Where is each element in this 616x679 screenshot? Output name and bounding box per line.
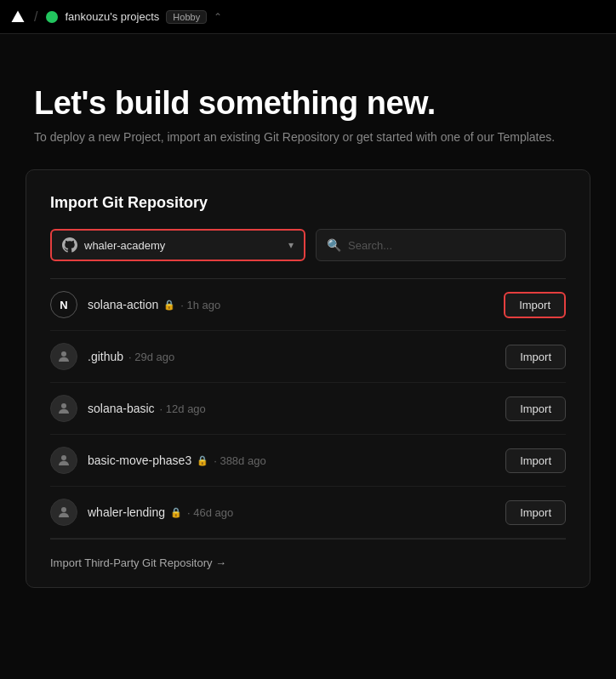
project-dot [46, 11, 58, 23]
svg-point-1 [61, 351, 66, 357]
topbar: / fankouzu's projects Hobby ⌃ [0, 0, 616, 34]
repo-info-3: basic-move-phase3 🔒 · 388d ago [88, 454, 495, 467]
repo-item-0: N solana-action 🔒 · 1h ago Import [50, 279, 566, 331]
import-card: Import Git Repository whaler-academy ▾ 🔍… [26, 169, 590, 588]
repo-info-0: solana-action 🔒 · 1h ago [88, 298, 493, 311]
repo-info-1: .github · 29d ago [88, 350, 495, 363]
repo-name-4: whaler-lending [88, 505, 165, 519]
svg-marker-0 [12, 10, 25, 22]
repo-name-1: .github [88, 350, 123, 363]
repo-time-1: · 29d ago [128, 351, 174, 363]
selected-repo-label: whaler-academy [84, 239, 282, 252]
card-title: Import Git Repository [50, 194, 566, 212]
third-party-link[interactable]: Import Third-Party Git Repository → [50, 556, 226, 569]
repo-avatar-3 [50, 447, 77, 474]
repo-time-3: · 388d ago [214, 454, 265, 467]
repo-avatar-1 [50, 343, 77, 370]
repo-item-1: .github · 29d ago Import [50, 331, 566, 383]
import-button-3[interactable]: Import [505, 448, 566, 473]
org-icon-1 [56, 349, 71, 364]
search-box[interactable]: 🔍 [316, 229, 566, 261]
org-icon-4 [56, 505, 71, 520]
repo-time-0: · 1h ago [180, 299, 220, 311]
lock-icon-0: 🔒 [163, 300, 175, 311]
repo-list: N solana-action 🔒 · 1h ago Import .githu… [50, 278, 566, 539]
repo-time-2: · 12d ago [160, 402, 206, 415]
search-input[interactable] [348, 239, 555, 252]
repo-item-2: solana-basic · 12d ago Import [50, 383, 566, 435]
repo-info-4: whaler-lending 🔒 · 46d ago [88, 505, 495, 519]
svg-point-3 [61, 455, 66, 460]
github-icon [62, 237, 77, 253]
import-button-1[interactable]: Import [505, 345, 566, 369]
card-footer: Import Third-Party Git Repository → [50, 539, 566, 587]
org-icon-3 [56, 453, 71, 468]
import-button-4[interactable]: Import [505, 500, 566, 525]
project-name: fankouzu's projects [65, 10, 159, 23]
select-chevron-icon: ▾ [288, 239, 294, 251]
repo-select-dropdown[interactable]: whaler-academy ▾ [50, 229, 305, 261]
svg-point-2 [61, 403, 66, 408]
repo-item-4: whaler-lending 🔒 · 46d ago Import [50, 487, 566, 539]
lock-icon-3: 🔒 [197, 455, 208, 466]
repo-avatar-2 [50, 395, 77, 422]
repo-name-0: solana-action [88, 298, 158, 311]
repo-name-2: solana-basic [88, 402, 155, 415]
project-chevron[interactable]: ⌃ [214, 11, 222, 23]
vercel-logo [10, 9, 26, 25]
hero-heading: Let's build something new. [34, 85, 582, 122]
search-icon: 🔍 [327, 238, 341, 252]
repo-avatar-0: N [50, 291, 77, 318]
plan-badge: Hobby [166, 10, 207, 24]
svg-point-4 [61, 507, 66, 512]
import-button-2[interactable]: Import [505, 397, 566, 421]
repo-name-3: basic-move-phase3 [88, 454, 191, 467]
repo-info-2: solana-basic · 12d ago [88, 402, 495, 415]
separator-1: / [34, 9, 37, 25]
repo-item-3: basic-move-phase3 🔒 · 388d ago Import [50, 435, 566, 487]
import-button-0[interactable]: Import [504, 292, 566, 318]
org-icon-2 [56, 401, 71, 416]
repo-time-4: · 46d ago [187, 506, 233, 519]
repo-avatar-4 [50, 499, 77, 526]
hero-subtext: To deploy a new Project, import an exist… [34, 130, 582, 144]
lock-icon-4: 🔒 [170, 507, 182, 518]
hero-section: Let's build something new. To deploy a n… [0, 34, 616, 169]
filters-row: whaler-academy ▾ 🔍 [50, 229, 566, 261]
